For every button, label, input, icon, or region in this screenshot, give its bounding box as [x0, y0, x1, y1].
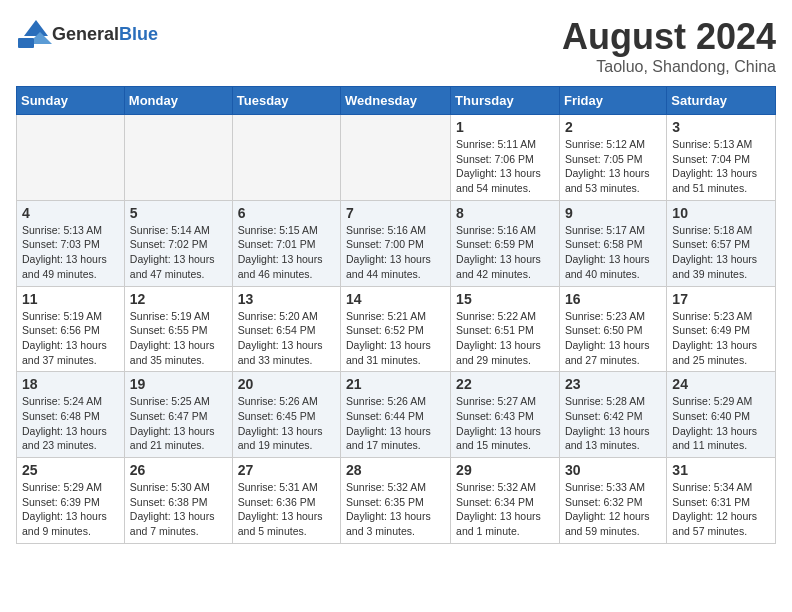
day-info: Sunrise: 5:16 AM Sunset: 6:59 PM Dayligh… — [456, 223, 554, 282]
day-info: Sunrise: 5:28 AM Sunset: 6:42 PM Dayligh… — [565, 394, 661, 453]
calendar-row-1: 4Sunrise: 5:13 AM Sunset: 7:03 PM Daylig… — [17, 200, 776, 286]
day-number: 31 — [672, 462, 770, 478]
calendar-cell: 22Sunrise: 5:27 AM Sunset: 6:43 PM Dayli… — [451, 372, 560, 458]
day-number: 20 — [238, 376, 335, 392]
month-title: August 2024 — [562, 16, 776, 58]
day-info: Sunrise: 5:19 AM Sunset: 6:55 PM Dayligh… — [130, 309, 227, 368]
location: Taoluo, Shandong, China — [562, 58, 776, 76]
calendar-cell — [17, 115, 125, 201]
header-wednesday: Wednesday — [341, 87, 451, 115]
day-info: Sunrise: 5:20 AM Sunset: 6:54 PM Dayligh… — [238, 309, 335, 368]
calendar-cell — [124, 115, 232, 201]
calendar-cell: 6Sunrise: 5:15 AM Sunset: 7:01 PM Daylig… — [232, 200, 340, 286]
day-info: Sunrise: 5:13 AM Sunset: 7:03 PM Dayligh… — [22, 223, 119, 282]
calendar-cell: 12Sunrise: 5:19 AM Sunset: 6:55 PM Dayli… — [124, 286, 232, 372]
day-number: 13 — [238, 291, 335, 307]
page-header: GeneralBlue August 2024 Taoluo, Shandong… — [16, 16, 776, 76]
header-monday: Monday — [124, 87, 232, 115]
calendar-cell: 15Sunrise: 5:22 AM Sunset: 6:51 PM Dayli… — [451, 286, 560, 372]
day-number: 8 — [456, 205, 554, 221]
calendar-cell: 27Sunrise: 5:31 AM Sunset: 6:36 PM Dayli… — [232, 458, 340, 544]
calendar-cell: 1Sunrise: 5:11 AM Sunset: 7:06 PM Daylig… — [451, 115, 560, 201]
day-number: 4 — [22, 205, 119, 221]
day-number: 2 — [565, 119, 661, 135]
calendar-cell: 5Sunrise: 5:14 AM Sunset: 7:02 PM Daylig… — [124, 200, 232, 286]
day-number: 30 — [565, 462, 661, 478]
calendar-cell: 28Sunrise: 5:32 AM Sunset: 6:35 PM Dayli… — [341, 458, 451, 544]
day-number: 27 — [238, 462, 335, 478]
day-info: Sunrise: 5:14 AM Sunset: 7:02 PM Dayligh… — [130, 223, 227, 282]
day-number: 26 — [130, 462, 227, 478]
calendar-cell: 19Sunrise: 5:25 AM Sunset: 6:47 PM Dayli… — [124, 372, 232, 458]
logo-icon — [16, 16, 52, 52]
day-number: 1 — [456, 119, 554, 135]
day-number: 15 — [456, 291, 554, 307]
title-section: August 2024 Taoluo, Shandong, China — [562, 16, 776, 76]
day-info: Sunrise: 5:21 AM Sunset: 6:52 PM Dayligh… — [346, 309, 445, 368]
day-number: 22 — [456, 376, 554, 392]
calendar-cell: 30Sunrise: 5:33 AM Sunset: 6:32 PM Dayli… — [559, 458, 666, 544]
day-number: 25 — [22, 462, 119, 478]
calendar-row-2: 11Sunrise: 5:19 AM Sunset: 6:56 PM Dayli… — [17, 286, 776, 372]
calendar-cell: 21Sunrise: 5:26 AM Sunset: 6:44 PM Dayli… — [341, 372, 451, 458]
calendar-cell: 23Sunrise: 5:28 AM Sunset: 6:42 PM Dayli… — [559, 372, 666, 458]
day-number: 28 — [346, 462, 445, 478]
day-number: 14 — [346, 291, 445, 307]
day-number: 24 — [672, 376, 770, 392]
day-number: 21 — [346, 376, 445, 392]
day-info: Sunrise: 5:33 AM Sunset: 6:32 PM Dayligh… — [565, 480, 661, 539]
day-number: 19 — [130, 376, 227, 392]
svg-rect-3 — [18, 38, 34, 48]
day-number: 7 — [346, 205, 445, 221]
day-info: Sunrise: 5:13 AM Sunset: 7:04 PM Dayligh… — [672, 137, 770, 196]
calendar-cell: 20Sunrise: 5:26 AM Sunset: 6:45 PM Dayli… — [232, 372, 340, 458]
calendar-row-0: 1Sunrise: 5:11 AM Sunset: 7:06 PM Daylig… — [17, 115, 776, 201]
day-info: Sunrise: 5:12 AM Sunset: 7:05 PM Dayligh… — [565, 137, 661, 196]
calendar-cell: 7Sunrise: 5:16 AM Sunset: 7:00 PM Daylig… — [341, 200, 451, 286]
day-info: Sunrise: 5:32 AM Sunset: 6:34 PM Dayligh… — [456, 480, 554, 539]
day-info: Sunrise: 5:11 AM Sunset: 7:06 PM Dayligh… — [456, 137, 554, 196]
day-number: 10 — [672, 205, 770, 221]
day-info: Sunrise: 5:29 AM Sunset: 6:40 PM Dayligh… — [672, 394, 770, 453]
calendar-cell: 18Sunrise: 5:24 AM Sunset: 6:48 PM Dayli… — [17, 372, 125, 458]
day-number: 23 — [565, 376, 661, 392]
day-info: Sunrise: 5:29 AM Sunset: 6:39 PM Dayligh… — [22, 480, 119, 539]
day-info: Sunrise: 5:23 AM Sunset: 6:50 PM Dayligh… — [565, 309, 661, 368]
calendar-header-row: Sunday Monday Tuesday Wednesday Thursday… — [17, 87, 776, 115]
header-sunday: Sunday — [17, 87, 125, 115]
day-number: 6 — [238, 205, 335, 221]
day-number: 5 — [130, 205, 227, 221]
header-tuesday: Tuesday — [232, 87, 340, 115]
logo-general: General — [52, 24, 119, 44]
day-info: Sunrise: 5:34 AM Sunset: 6:31 PM Dayligh… — [672, 480, 770, 539]
day-info: Sunrise: 5:30 AM Sunset: 6:38 PM Dayligh… — [130, 480, 227, 539]
calendar-cell: 16Sunrise: 5:23 AM Sunset: 6:50 PM Dayli… — [559, 286, 666, 372]
day-info: Sunrise: 5:16 AM Sunset: 7:00 PM Dayligh… — [346, 223, 445, 282]
calendar-cell: 2Sunrise: 5:12 AM Sunset: 7:05 PM Daylig… — [559, 115, 666, 201]
calendar-cell: 26Sunrise: 5:30 AM Sunset: 6:38 PM Dayli… — [124, 458, 232, 544]
calendar-cell: 25Sunrise: 5:29 AM Sunset: 6:39 PM Dayli… — [17, 458, 125, 544]
calendar-cell: 24Sunrise: 5:29 AM Sunset: 6:40 PM Dayli… — [667, 372, 776, 458]
day-info: Sunrise: 5:18 AM Sunset: 6:57 PM Dayligh… — [672, 223, 770, 282]
calendar-cell: 11Sunrise: 5:19 AM Sunset: 6:56 PM Dayli… — [17, 286, 125, 372]
calendar-cell: 9Sunrise: 5:17 AM Sunset: 6:58 PM Daylig… — [559, 200, 666, 286]
header-friday: Friday — [559, 87, 666, 115]
calendar-cell — [232, 115, 340, 201]
day-info: Sunrise: 5:17 AM Sunset: 6:58 PM Dayligh… — [565, 223, 661, 282]
calendar-row-3: 18Sunrise: 5:24 AM Sunset: 6:48 PM Dayli… — [17, 372, 776, 458]
logo: GeneralBlue — [16, 16, 158, 52]
day-info: Sunrise: 5:32 AM Sunset: 6:35 PM Dayligh… — [346, 480, 445, 539]
day-info: Sunrise: 5:26 AM Sunset: 6:45 PM Dayligh… — [238, 394, 335, 453]
calendar-cell: 8Sunrise: 5:16 AM Sunset: 6:59 PM Daylig… — [451, 200, 560, 286]
day-number: 11 — [22, 291, 119, 307]
logo-blue: Blue — [119, 24, 158, 44]
day-info: Sunrise: 5:19 AM Sunset: 6:56 PM Dayligh… — [22, 309, 119, 368]
calendar-cell: 31Sunrise: 5:34 AM Sunset: 6:31 PM Dayli… — [667, 458, 776, 544]
day-info: Sunrise: 5:31 AM Sunset: 6:36 PM Dayligh… — [238, 480, 335, 539]
header-thursday: Thursday — [451, 87, 560, 115]
day-info: Sunrise: 5:27 AM Sunset: 6:43 PM Dayligh… — [456, 394, 554, 453]
calendar-cell: 17Sunrise: 5:23 AM Sunset: 6:49 PM Dayli… — [667, 286, 776, 372]
day-info: Sunrise: 5:23 AM Sunset: 6:49 PM Dayligh… — [672, 309, 770, 368]
calendar-row-4: 25Sunrise: 5:29 AM Sunset: 6:39 PM Dayli… — [17, 458, 776, 544]
day-info: Sunrise: 5:15 AM Sunset: 7:01 PM Dayligh… — [238, 223, 335, 282]
